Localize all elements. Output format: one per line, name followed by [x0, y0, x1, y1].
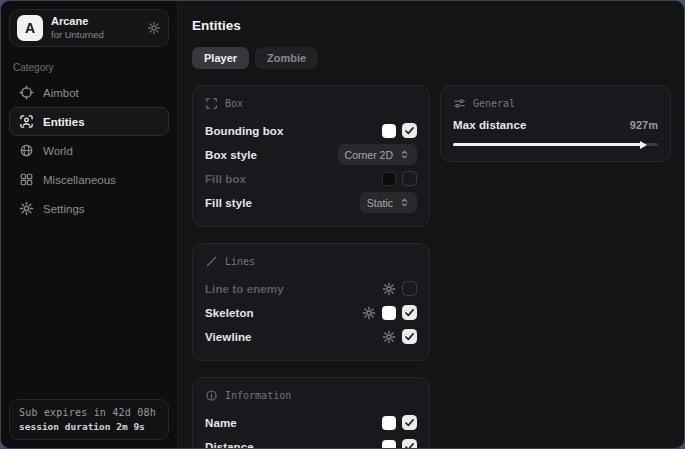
general-section-card: General Max distance 927m — [440, 85, 671, 162]
gear-icon[interactable] — [382, 282, 396, 296]
viewline-checkbox[interactable] — [402, 329, 417, 344]
color-swatch[interactable] — [382, 306, 396, 320]
line-to-enemy-checkbox[interactable] — [402, 281, 417, 296]
app-logo: A — [17, 15, 43, 41]
section-title: Box — [225, 98, 243, 109]
brand-card: A Arcane for Unturned — [9, 9, 169, 47]
subscription-status-card: Sub expires in 42d 08h session duration … — [9, 399, 169, 440]
general-section-header: General — [453, 97, 658, 110]
row-label: Box style — [205, 149, 257, 161]
user-scan-icon — [19, 114, 34, 129]
section-title: Information — [225, 390, 291, 401]
box-style-row: Box style Corner 2D — [205, 143, 417, 166]
skeleton-checkbox[interactable] — [402, 305, 417, 320]
section-title: General — [473, 98, 515, 109]
information-section-card: Information Name Distance — [192, 377, 430, 448]
color-swatch[interactable] — [382, 172, 396, 186]
fill-box-row: Fill box — [205, 167, 417, 190]
distance-checkbox[interactable] — [402, 439, 417, 448]
tab-player[interactable]: Player — [192, 47, 249, 69]
color-swatch[interactable] — [382, 124, 396, 138]
row-label: Fill box — [205, 173, 246, 185]
max-distance-slider[interactable] — [453, 140, 658, 149]
brand-title: Arcane — [51, 15, 104, 29]
bounding-box-row: Bounding box — [205, 119, 417, 142]
info-icon — [205, 389, 218, 402]
gear-icon[interactable] — [362, 306, 376, 320]
slider-track — [453, 143, 658, 147]
sidebar-item-miscellaneous[interactable]: Miscellaneous — [9, 165, 169, 194]
page-title: Entities — [192, 18, 671, 33]
brand-subtitle: for Unturned — [51, 29, 104, 41]
sliders-icon — [453, 97, 466, 110]
scan-brackets-icon — [205, 97, 218, 110]
fill-style-row: Fill style Static — [205, 191, 417, 214]
lines-section-header: Lines — [205, 255, 417, 268]
dropdown-value: Static — [367, 197, 393, 209]
sidebar-item-label: World — [43, 145, 73, 157]
row-label: Skeleton — [205, 307, 254, 319]
fill-box-checkbox[interactable] — [402, 171, 417, 186]
name-row: Name — [205, 411, 417, 434]
sidebar-item-label: Miscellaneous — [43, 174, 116, 186]
gear-icon[interactable] — [382, 330, 396, 344]
skeleton-row: Skeleton — [205, 301, 417, 324]
sidebar-item-label: Settings — [43, 203, 85, 215]
sidebar-item-entities[interactable]: Entities — [9, 107, 169, 136]
diagonal-line-icon — [205, 255, 218, 268]
sub-expiry-text: Sub expires in 42d 08h — [19, 407, 159, 418]
box-section-header: Box — [205, 97, 417, 110]
information-section-header: Information — [205, 389, 417, 402]
row-label: Line to enemy — [205, 283, 284, 295]
row-label: Name — [205, 417, 237, 429]
main-content: Entities Player Zombie Box Bounding box — [178, 1, 684, 448]
max-distance-row: Max distance 927m — [453, 119, 658, 131]
gear-icon[interactable] — [147, 21, 161, 35]
crosshair-icon — [19, 85, 34, 100]
gear-icon — [19, 201, 34, 216]
globe-icon — [19, 143, 34, 158]
sidebar-item-world[interactable]: World — [9, 136, 169, 165]
row-label: Viewline — [205, 331, 252, 343]
lines-section-card: Lines Line to enemy Skeleton — [192, 243, 430, 361]
slider-thumb[interactable] — [640, 141, 647, 149]
name-checkbox[interactable] — [402, 415, 417, 430]
line-to-enemy-row: Line to enemy — [205, 277, 417, 300]
sidebar-item-label: Aimbot — [43, 87, 79, 99]
sidebar-item-label: Entities — [43, 116, 85, 128]
box-style-dropdown[interactable]: Corner 2D — [338, 144, 417, 165]
entity-tabs: Player Zombie — [192, 47, 671, 69]
color-swatch[interactable] — [382, 440, 396, 449]
section-title: Lines — [225, 256, 255, 267]
viewline-row: Viewline — [205, 325, 417, 348]
color-swatch[interactable] — [382, 416, 396, 430]
row-label: Bounding box — [205, 125, 284, 137]
app-window: A Arcane for Unturned Category Aimbot En… — [0, 0, 685, 449]
session-duration-text: session duration 2m 9s — [19, 421, 159, 432]
max-distance-slider-fill — [453, 143, 643, 147]
bounding-box-checkbox[interactable] — [402, 123, 417, 138]
box-section-card: Box Bounding box Box style Corne — [192, 85, 430, 227]
grid-icon — [19, 172, 34, 187]
sidebar-item-settings[interactable]: Settings — [9, 194, 169, 223]
sidebar-nav: Aimbot Entities World Miscellaneous Sett… — [9, 78, 169, 223]
max-distance-value: 927m — [630, 119, 658, 131]
tab-zombie[interactable]: Zombie — [255, 47, 318, 69]
row-label: Fill style — [205, 197, 252, 209]
category-label: Category — [13, 62, 165, 73]
chevrons-up-down-icon — [399, 149, 410, 160]
dropdown-value: Corner 2D — [345, 149, 393, 161]
sidebar: A Arcane for Unturned Category Aimbot En… — [1, 1, 178, 448]
chevrons-up-down-icon — [399, 197, 410, 208]
sidebar-item-aimbot[interactable]: Aimbot — [9, 78, 169, 107]
distance-row: Distance — [205, 435, 417, 448]
row-label: Max distance — [453, 119, 526, 131]
row-label: Distance — [205, 441, 254, 449]
fill-style-dropdown[interactable]: Static — [360, 192, 417, 213]
